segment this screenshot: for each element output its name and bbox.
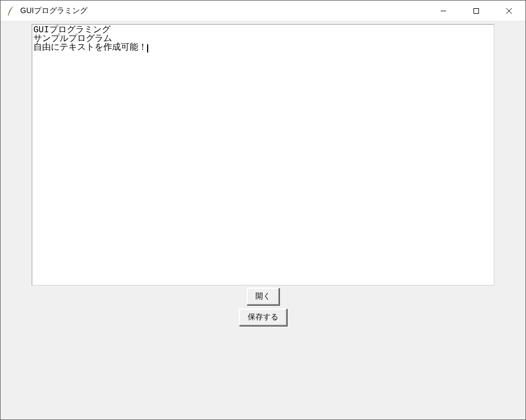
maximize-button[interactable] (460, 1, 493, 21)
text-content: GUIプログラミング サンプルプログラム 自由にテキストを作成可能！ (33, 25, 147, 52)
app-feather-icon (6, 5, 16, 17)
titlebar[interactable]: GUIプログラミング (1, 1, 525, 21)
close-button[interactable] (493, 1, 525, 21)
titlebar-controls (427, 1, 525, 21)
window-title: GUIプログラミング (20, 6, 87, 16)
text-caret (147, 44, 148, 52)
save-button[interactable]: 保存する (239, 308, 287, 326)
button-row: 開く 保存する (239, 288, 287, 326)
minimize-button[interactable] (427, 1, 460, 21)
client-area: GUIプログラミング サンプルプログラム 自由にテキストを作成可能！ 開く 保存… (1, 21, 525, 419)
app-window: GUIプログラミング GUIプログラミング サンプルプログラム 自由にテキストを… (0, 0, 526, 420)
open-button[interactable]: 開く (247, 288, 279, 305)
svg-rect-1 (474, 8, 479, 13)
text-editor[interactable]: GUIプログラミング サンプルプログラム 自由にテキストを作成可能！ (32, 24, 494, 285)
